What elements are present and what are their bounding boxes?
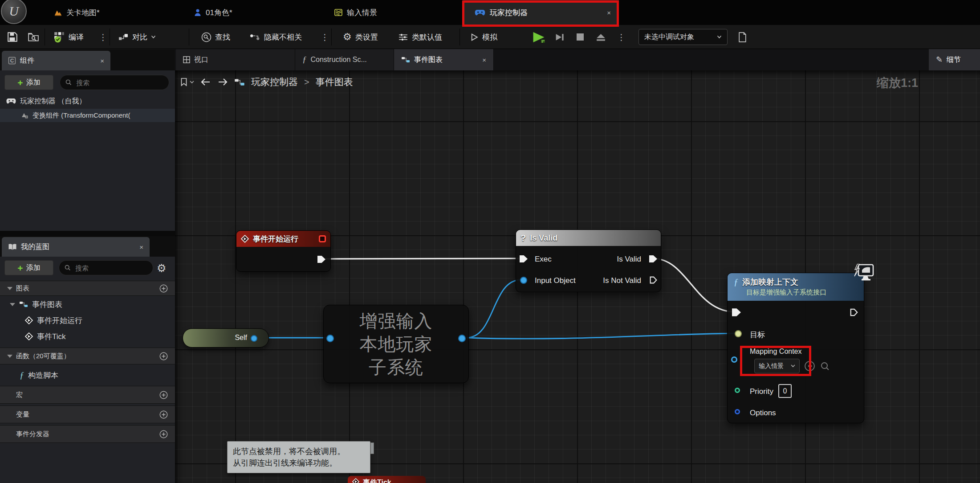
zoom-level-label: 缩放1:1: [868, 75, 918, 91]
forward-arrow-button[interactable]: [217, 78, 228, 86]
tab-construction-script[interactable]: ƒ Construction Sc...: [295, 49, 394, 70]
exec-out-pin[interactable]: [317, 255, 325, 263]
tab-label: 01角色*: [206, 8, 232, 18]
diff-label: 对比: [132, 32, 147, 42]
diff-button[interactable]: 对比: [116, 27, 159, 47]
add-function-button[interactable]: [159, 352, 168, 360]
close-icon[interactable]: ×: [482, 56, 486, 64]
add-macro-button[interactable]: [159, 391, 168, 399]
event-graph-row[interactable]: 事件图表: [10, 297, 62, 312]
class-defaults-button[interactable]: 类默认值: [395, 27, 445, 47]
add-dispatcher-button[interactable]: [159, 430, 168, 438]
exec-out-pin[interactable]: [649, 255, 657, 263]
graphs-section-header[interactable]: 图表: [0, 281, 175, 296]
components-search-input[interactable]: [75, 78, 163, 87]
simulate-button[interactable]: 模拟: [468, 27, 500, 47]
component-root-label: 玩家控制器 （自我）: [20, 97, 86, 106]
exec-in-pin[interactable]: [520, 255, 528, 263]
blueprint-search[interactable]: [59, 260, 153, 275]
debug-filter-button[interactable]: [736, 27, 749, 47]
panel-title: 我的蓝图: [21, 242, 49, 252]
tab-label: Construction Sc...: [311, 56, 367, 64]
chevron-down-icon: [151, 35, 156, 39]
blueprint-add-button[interactable]: + 添加: [4, 260, 53, 275]
tab-viewport[interactable]: 视口: [176, 49, 295, 70]
panel-splitter[interactable]: [0, 231, 175, 236]
add-graph-button[interactable]: [159, 284, 168, 293]
pin-label: Is Not Valid: [603, 276, 641, 285]
exec-out-pin-hollow[interactable]: [850, 308, 858, 317]
tab-character[interactable]: 01角色*: [183, 0, 323, 25]
component-root-item[interactable]: 玩家控制器 （自我）: [6, 94, 86, 108]
construction-script-row[interactable]: ƒ 构造脚本: [20, 366, 58, 384]
debug-object-dropdown[interactable]: 未选中调试对象: [638, 29, 728, 45]
close-icon[interactable]: ×: [139, 243, 143, 251]
node-self[interactable]: Self: [183, 328, 269, 348]
find-button[interactable]: 查找: [199, 27, 233, 47]
macros-section-header[interactable]: 宏: [0, 386, 175, 404]
object-in-pin[interactable]: [326, 335, 334, 342]
object-in-pin[interactable]: [520, 277, 527, 284]
breadcrumb-root[interactable]: 玩家控制器: [251, 76, 298, 88]
component-child-item[interactable]: 变换组件 (TransformComponent(: [0, 109, 175, 122]
dispatchers-section-header[interactable]: 事件分发器: [0, 425, 175, 443]
unreal-logo[interactable]: U: [1, 0, 27, 24]
client-only-icon: [853, 264, 874, 282]
compile-options-button[interactable]: ⋮: [96, 27, 110, 47]
tab-level-map[interactable]: 关卡地图*: [42, 0, 183, 25]
viewport-icon: [183, 56, 190, 63]
target-pin[interactable]: [735, 330, 742, 337]
compile-button[interactable]: 编译: [51, 27, 86, 47]
hide-unrelated-button[interactable]: 隐藏不相关: [247, 27, 305, 47]
node-event-begin-play[interactable]: 事件开始运行: [236, 230, 331, 272]
functions-section-header[interactable]: 函数（20可覆盖）: [0, 348, 175, 364]
exec-out-pin-hollow[interactable]: [649, 276, 658, 284]
priority-value: 0: [783, 387, 787, 395]
frame-skip-button[interactable]: [551, 27, 568, 47]
search-icon: [65, 79, 72, 86]
play-button[interactable]: [529, 27, 549, 47]
my-blueprint-panel-tab[interactable]: 我的蓝图 ×: [2, 237, 150, 257]
breadcrumb-current[interactable]: 事件图表: [316, 76, 353, 88]
node-is-valid[interactable]: ? Is Valid Exec Is Valid Input Object Is…: [516, 229, 661, 292]
node-big-label: 增强输入: [360, 309, 433, 332]
tab-details[interactable]: ✎ 细节: [929, 49, 980, 70]
tooltip-line: 此节点被禁用，将不会被调用。: [233, 446, 365, 457]
add-label: 添加: [26, 263, 41, 273]
tooltip-grip: [370, 442, 374, 454]
node-event-tick-clipped[interactable]: 事件Tick: [348, 476, 426, 483]
blueprint-search-input[interactable]: [74, 264, 147, 272]
components-panel-tab[interactable]: C 组件 ×: [2, 51, 110, 70]
priority-value-field[interactable]: 0: [778, 384, 792, 398]
pin-label: Input Object: [535, 276, 576, 285]
tab-input-context[interactable]: 输入情景: [323, 0, 463, 25]
play-options-button[interactable]: ⋮: [614, 27, 628, 47]
exec-in-pin[interactable]: [732, 308, 741, 317]
frame-skip-icon: [554, 33, 565, 42]
event-tick-row[interactable]: 事件Tick: [25, 329, 66, 344]
node-enhanced-input-subsystem[interactable]: 增强输入 本地玩家 子系统: [323, 305, 469, 383]
browse-to-asset-button[interactable]: [25, 27, 42, 47]
hide-unrelated-options-button[interactable]: ⋮: [318, 27, 332, 47]
priority-pin[interactable]: [735, 388, 740, 393]
event-begin-play-row[interactable]: 事件开始运行: [25, 313, 82, 328]
class-settings-button[interactable]: ⚙ 类设置: [340, 27, 381, 47]
object-out-pin[interactable]: [251, 335, 257, 342]
back-arrow-button[interactable]: [200, 78, 211, 86]
stop-button[interactable]: [573, 27, 587, 47]
browse-asset-button[interactable]: [820, 361, 830, 371]
add-component-button[interactable]: + 添加: [4, 75, 53, 90]
save-button[interactable]: [4, 27, 20, 47]
component-child-label: 变换组件 (TransformComponent(: [33, 111, 130, 120]
object-out-pin[interactable]: [458, 335, 466, 342]
variables-section-header[interactable]: 变量: [0, 405, 175, 423]
bookmarks-button[interactable]: [180, 78, 194, 86]
close-icon[interactable]: ×: [100, 57, 104, 65]
options-pin[interactable]: [735, 409, 740, 414]
mapping-context-pin[interactable]: [731, 356, 737, 363]
eject-button[interactable]: [593, 27, 609, 47]
add-variable-button[interactable]: [159, 410, 168, 419]
tab-event-graph[interactable]: 事件图表 ×: [394, 49, 494, 70]
components-search[interactable]: [60, 75, 169, 90]
blueprint-settings-button[interactable]: ⚙: [157, 262, 167, 274]
